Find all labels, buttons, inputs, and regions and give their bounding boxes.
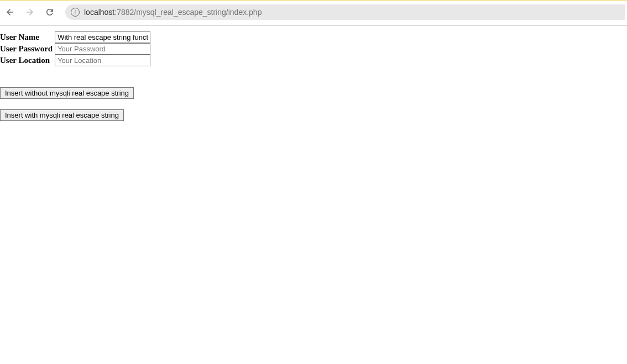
password-input[interactable] — [55, 43, 150, 55]
browser-toolbar: i localhost:7882/mysql_real_escape_strin… — [0, 1, 627, 23]
forward-button[interactable] — [22, 4, 38, 20]
back-button[interactable] — [2, 4, 18, 20]
browser-chrome: i localhost:7882/mysql_real_escape_strin… — [0, 0, 627, 26]
form-row-username: User Name — [0, 31, 151, 43]
form-row-password: User Password — [0, 43, 151, 55]
arrow-right-icon — [25, 7, 35, 17]
location-label: User Location — [0, 55, 54, 66]
reload-button[interactable] — [42, 4, 58, 20]
address-bar[interactable]: i localhost:7882/mysql_real_escape_strin… — [65, 4, 625, 20]
url-text: localhost:7882/mysql_real_escape_string/… — [84, 8, 262, 17]
button-row-1: Insert without mysqli real escape string — [0, 87, 627, 99]
button-row-2: Insert with mysqli real escape string — [0, 109, 627, 121]
form-table: User Name User Password User Location — [0, 31, 151, 66]
location-input[interactable] — [55, 55, 150, 66]
password-label: User Password — [0, 43, 54, 55]
username-label: User Name — [0, 31, 54, 43]
page-content: User Name User Password User Location In… — [0, 26, 627, 121]
insert-without-button[interactable]: Insert without mysqli real escape string — [0, 87, 134, 99]
insert-with-button[interactable]: Insert with mysqli real escape string — [0, 109, 124, 121]
info-icon[interactable]: i — [71, 8, 80, 17]
reload-icon — [45, 7, 55, 17]
form-row-location: User Location — [0, 55, 151, 66]
arrow-left-icon — [5, 7, 15, 17]
username-input[interactable] — [55, 31, 150, 43]
